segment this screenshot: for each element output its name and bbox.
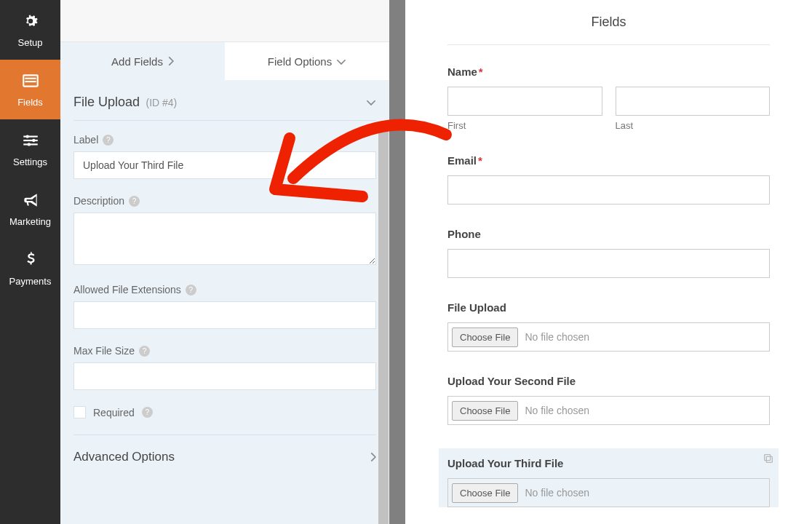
max-size-group: Max File Size? [73,345,376,390]
label-field-label: Label [73,134,98,146]
help-icon[interactable]: ? [129,196,140,207]
svg-rect-4 [23,140,38,141]
tab-field-options-label: Field Options [268,55,332,68]
file-status-1: No file chosen [525,331,589,343]
name-label: Name [447,66,477,78]
advanced-options-toggle[interactable]: Advanced Options [73,434,376,479]
preview-file-upload-3[interactable]: Upload Your Third File Choose File No fi… [439,448,779,507]
allowed-ext-group: Allowed File Extensions? [73,284,376,329]
svg-rect-9 [766,456,772,462]
duplicate-icon[interactable] [763,453,774,467]
email-input[interactable] [447,175,770,205]
required-asterisk: * [478,154,482,167]
svg-rect-3 [23,136,38,138]
required-group: Required ? [73,406,376,418]
scrollbar[interactable] [378,122,389,524]
chevron-down-icon [336,58,346,65]
last-sublabel: Last [616,120,771,131]
file-upload-3-label: Upload Your Third File [447,457,770,469]
max-size-input[interactable] [73,362,376,390]
tab-add-fields[interactable]: Add Fields [60,42,225,80]
help-icon[interactable]: ? [186,285,196,295]
choose-file-button-1[interactable]: Choose File [452,328,518,347]
file-status-3: No file chosen [525,487,589,499]
sidebar-label-settings: Settings [13,156,47,167]
help-icon[interactable]: ? [139,346,150,357]
allowed-ext-label: Allowed File Extensions [73,284,181,295]
chevron-right-icon [167,56,174,66]
label-group: Label? [73,134,376,179]
required-asterisk: * [479,66,483,78]
svg-rect-1 [25,78,36,79]
field-header[interactable]: File Upload (ID #4) [73,80,376,121]
form-preview: Fields Name* First Last E [405,0,812,524]
file-upload-2-label: Upload Your Second File [447,375,770,387]
chevron-down-icon [366,99,376,106]
gear-icon [21,12,40,33]
preview-file-upload-1[interactable]: File Upload Choose File No file chosen [447,301,770,352]
preview-title: Fields [405,15,812,44]
sidebar-label-payments: Payments [9,276,52,287]
first-sublabel: First [447,120,602,131]
preview-name-field[interactable]: Name* First Last [447,66,770,131]
help-icon[interactable]: ? [103,135,114,146]
field-header-title: File Upload [73,95,140,109]
phone-input[interactable] [447,249,770,278]
svg-point-8 [27,143,30,146]
sidebar-label-setup: Setup [18,37,43,48]
dollar-icon [21,250,40,271]
tab-field-options[interactable]: Field Options [225,42,389,80]
preview-file-upload-2[interactable]: Upload Your Second File Choose File No f… [447,375,770,425]
max-size-label: Max File Size [73,345,135,357]
sidebar-label-fields: Fields [17,97,43,108]
preview-phone-field[interactable]: Phone [447,228,770,278]
description-group: Description? [73,195,376,268]
choose-file-button-3[interactable]: Choose File [452,483,518,503]
required-label: Required [93,407,135,418]
advanced-options-label: Advanced Options [73,450,175,464]
file-upload-1-label: File Upload [447,301,770,314]
sidebar-item-payments[interactable]: Payments [0,239,60,298]
page-title [60,0,389,42]
description-textarea[interactable] [73,213,376,265]
chevron-right-icon [370,452,376,462]
preview-divider [447,44,770,45]
bullhorn-icon [21,191,40,212]
panel-tabs: Add Fields Field Options [60,42,389,80]
first-name-input[interactable] [447,87,602,116]
choose-file-button-2[interactable]: Choose File [452,401,518,421]
sidebar-item-marketing[interactable]: Marketing [0,179,60,239]
email-label: Email [447,154,477,167]
help-icon[interactable]: ? [142,407,153,418]
field-header-id: (ID #4) [146,97,178,108]
svg-rect-2 [25,81,36,82]
sidebar-label-marketing: Marketing [9,216,51,227]
description-label: Description [73,195,124,207]
required-checkbox[interactable] [73,406,86,418]
file-status-2: No file chosen [525,405,589,416]
sliders-icon [21,131,40,152]
svg-rect-10 [765,455,771,461]
svg-point-7 [32,139,35,142]
form-icon [21,71,40,92]
scrollbar-thumb[interactable] [378,122,389,524]
field-options-panel: Add Fields Field Options File Upload (ID… [60,0,389,524]
sidebar-item-settings[interactable]: Settings [0,119,60,179]
tab-add-fields-label: Add Fields [111,55,163,68]
sidebar-item-fields[interactable]: Fields [0,60,60,119]
svg-point-6 [25,135,28,138]
sidebar-item-setup[interactable]: Setup [0,0,60,60]
panel-divider [389,0,405,524]
admin-sidebar: Setup Fields Settings Marketing Payments [0,0,60,524]
preview-email-field[interactable]: Email* [447,154,770,205]
main-content: Add Fields Field Options File Upload (ID… [60,0,812,524]
allowed-ext-input[interactable] [73,301,376,329]
label-input[interactable] [73,151,376,179]
phone-label: Phone [447,228,770,240]
last-name-input[interactable] [616,87,771,116]
